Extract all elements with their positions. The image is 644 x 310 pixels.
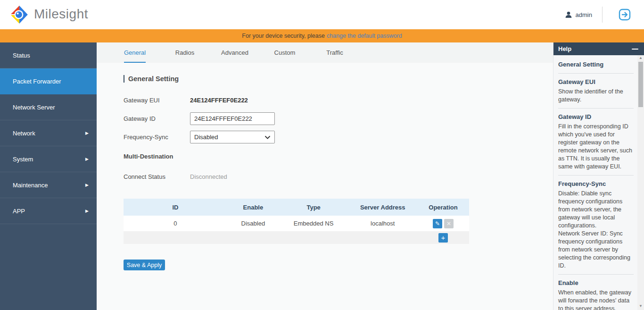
table-header-row: ID Enable Type Server Address Operation	[124, 199, 469, 216]
change-password-link[interactable]: change the default password	[327, 33, 402, 39]
frequency-sync-select[interactable]: Disabled	[190, 131, 275, 143]
multi-destination-heading: Multi-Destination	[124, 153, 553, 160]
help-section-gateway-id: Gateway ID Fill in the corresponding ID …	[558, 109, 634, 176]
security-banner-text: For your device security, please	[242, 33, 325, 39]
delete-icon[interactable]: ✕	[444, 219, 454, 228]
app-window: Milesight admin For your device security…	[0, 0, 644, 310]
help-section-heading: General Setting	[558, 61, 634, 68]
sidebar-item-label: System	[13, 156, 33, 163]
help-panel: Help General Setting Gateway EUI Show th…	[553, 42, 644, 310]
sidebar-item-app[interactable]: APP ▶	[0, 198, 97, 224]
general-settings-panel: General Setting Gateway EUI 24E124FFFEF0…	[97, 63, 553, 270]
help-section-enable: Enable When enabled, the gateway will fo…	[558, 275, 634, 310]
cell-server-address: localhost	[348, 220, 417, 227]
destination-table: ID Enable Type Server Address Operation …	[124, 199, 469, 244]
sidebar-item-label: Network Server	[13, 104, 55, 111]
gateway-id-row: Gateway ID	[124, 112, 553, 125]
user-name-label: admin	[576, 11, 592, 18]
help-title: Help	[558, 45, 571, 52]
sidebar-item-maintenance[interactable]: Maintenance ▶	[0, 172, 97, 198]
footer-operation: +	[417, 233, 469, 243]
scroll-up-icon[interactable]: ▲	[637, 55, 644, 61]
tab-bar: General Radios Advanced Custom Traffic	[97, 42, 553, 63]
sidebar-item-label: Packet Forwarder	[13, 78, 61, 85]
chevron-down-icon	[265, 136, 270, 139]
col-header-operation: Operation	[417, 204, 469, 211]
cell-id: 0	[124, 220, 227, 227]
chevron-right-icon: ▶	[85, 157, 89, 161]
help-section-heading: Gateway ID	[558, 113, 634, 120]
milesight-logo-icon	[9, 5, 29, 25]
brand-title: Milesight	[34, 7, 88, 22]
help-section-heading: Enable	[558, 279, 634, 286]
help-section-body: Fill in the corresponding ID which you'v…	[558, 123, 634, 171]
sidebar-item-system[interactable]: System ▶	[0, 146, 97, 172]
help-section-frequency-sync: Frequency-Sync Disable: Diable sync freq…	[558, 176, 634, 275]
sidebar-item-label: Network	[13, 130, 35, 137]
gateway-eui-label: Gateway EUI	[124, 97, 190, 104]
scroll-down-icon[interactable]: ▼	[637, 303, 644, 309]
chevron-right-icon: ▶	[85, 131, 89, 135]
tab-custom[interactable]: Custom	[260, 42, 310, 63]
chevron-right-icon: ▶	[85, 209, 89, 213]
top-header: Milesight admin	[0, 0, 644, 29]
save-apply-button[interactable]: Save & Apply	[124, 260, 165, 270]
help-content: General Setting Gateway EUI Show the ide…	[553, 55, 637, 310]
help-section-body: Disable: Diable sync frequency configura…	[558, 190, 634, 270]
help-section-general-setting: General Setting	[558, 56, 634, 74]
main-content: General Radios Advanced Custom Traffic G…	[97, 42, 553, 310]
help-section-heading: Frequency-Sync	[558, 180, 634, 187]
sidebar-item-packet-forwarder[interactable]: Packet Forwarder	[0, 68, 97, 94]
security-banner: For your device security, please change …	[0, 29, 644, 42]
cell-operation: ✎ ✕	[417, 219, 469, 228]
chevron-right-icon: ▶	[85, 183, 89, 187]
cell-type: Embedded NS	[279, 220, 348, 227]
user-menu[interactable]: admin	[564, 0, 592, 29]
gateway-id-label: Gateway ID	[124, 115, 190, 122]
table-footer-row: +	[124, 231, 469, 244]
tab-general[interactable]: General	[110, 42, 160, 63]
section-title-bar	[124, 75, 124, 83]
table-row: 0 Disabled Embedded NS localhost ✎ ✕	[124, 216, 469, 231]
help-section-gateway-eui: Gateway EUI Show the identifier of the g…	[558, 74, 634, 109]
sidebar-item-network-server[interactable]: Network Server	[0, 94, 97, 120]
sidebar-item-label: Maintenance	[13, 182, 48, 189]
tab-advanced[interactable]: Advanced	[210, 42, 260, 63]
col-header-id: ID	[124, 204, 227, 211]
connect-status-row: Connect Status Disconnected	[124, 170, 553, 183]
section-title-text: General Setting	[128, 75, 179, 83]
connect-status-label: Connect Status	[124, 173, 190, 180]
col-header-enable: Enable	[227, 204, 279, 211]
frequency-sync-label: Frequency-Sync	[124, 134, 190, 141]
help-panel-header: Help	[553, 42, 644, 55]
section-title: General Setting	[124, 75, 553, 83]
tab-radios[interactable]: Radios	[160, 42, 210, 63]
col-header-server-address: Server Address	[348, 204, 417, 211]
col-header-type: Type	[279, 204, 348, 211]
gateway-eui-row: Gateway EUI 24E124FFFEF0E222	[124, 94, 553, 107]
gateway-eui-value: 24E124FFFEF0E222	[190, 97, 248, 104]
cell-enable: Disabled	[227, 220, 279, 227]
sidebar-item-label: APP	[13, 208, 25, 215]
connect-status-value: Disconnected	[190, 173, 227, 180]
gateway-id-input[interactable]	[190, 112, 275, 125]
edit-icon[interactable]: ✎	[433, 219, 442, 228]
help-section-body: When enabled, the gateway will forward t…	[558, 289, 634, 310]
scrollbar-thumb[interactable]	[638, 62, 643, 107]
tab-traffic[interactable]: Traffic	[310, 42, 360, 63]
sidebar-item-label: Status	[13, 52, 30, 59]
user-icon	[564, 10, 573, 19]
help-scrollbar[interactable]: ▲ ▼	[637, 55, 644, 310]
header-divider	[602, 7, 603, 23]
logout-icon[interactable]	[619, 8, 631, 21]
sidebar-item-status[interactable]: Status	[0, 42, 97, 68]
sidebar-item-network[interactable]: Network ▶	[0, 120, 97, 146]
add-row-icon[interactable]: +	[438, 233, 448, 243]
sidebar-nav: Status Packet Forwarder Network Server N…	[0, 42, 97, 310]
frequency-sync-selected-value: Disabled	[194, 134, 218, 141]
collapse-icon[interactable]	[632, 49, 638, 50]
help-section-heading: Gateway EUI	[558, 78, 634, 85]
frequency-sync-row: Frequency-Sync Disabled	[124, 131, 553, 143]
help-section-body: Show the identifier of the gateway.	[558, 88, 634, 104]
